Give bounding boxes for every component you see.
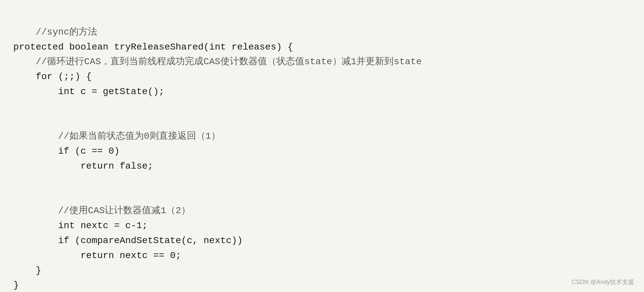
comment-1: //sync的方法 [36,27,97,37]
line-17: } [13,265,41,276]
line-10: return false; [13,161,153,171]
code-17: } [13,265,41,276]
line-2: protected boolean tryReleaseShared(int r… [13,42,293,52]
code-14: int nextc = c-1; [13,220,148,231]
line-18: } [13,280,19,290]
watermark: CSDN @Andy技术支援 [572,278,634,286]
code-9: if (c == 0) [13,146,120,156]
line-4: for (;;) { [13,72,92,82]
code-container: //sync的方法 protected boolean tryReleaseSh… [0,0,644,292]
comment-13: //使用CAS让计数器值减1（2） [13,206,190,216]
comment-3: //循环进行CAS，直到当前线程成功完成CAS使计数器值（状态值state）减1… [13,57,422,67]
line-5: int c = getState(); [13,86,164,97]
line-3: //循环进行CAS，直到当前线程成功完成CAS使计数器值（状态值state）减1… [13,57,422,67]
line-16: return nextc == 0; [13,250,181,261]
code-18: } [13,280,19,290]
line-8: //如果当前状态值为0则直接返回（1） [13,131,220,141]
line-13: //使用CAS让计数器值减1（2） [13,206,190,216]
comment-8: //如果当前状态值为0则直接返回（1） [13,131,220,141]
code-block: //sync的方法 protected boolean tryReleaseSh… [13,10,631,292]
line-15: if (compareAndSetState(c, nextc)) [13,235,243,246]
code-10: return false; [13,161,153,171]
code-4: for (;;) { [13,72,92,82]
code-15: if (compareAndSetState(c, nextc)) [13,235,243,246]
line-9: if (c == 0) [13,146,120,156]
line-14: int nextc = c-1; [13,220,148,231]
line-1: //sync的方法 [36,27,97,37]
code-16: return nextc == 0; [13,250,181,261]
code-2: protected boolean tryReleaseShared(int r… [13,42,293,52]
code-5: int c = getState(); [13,86,164,97]
